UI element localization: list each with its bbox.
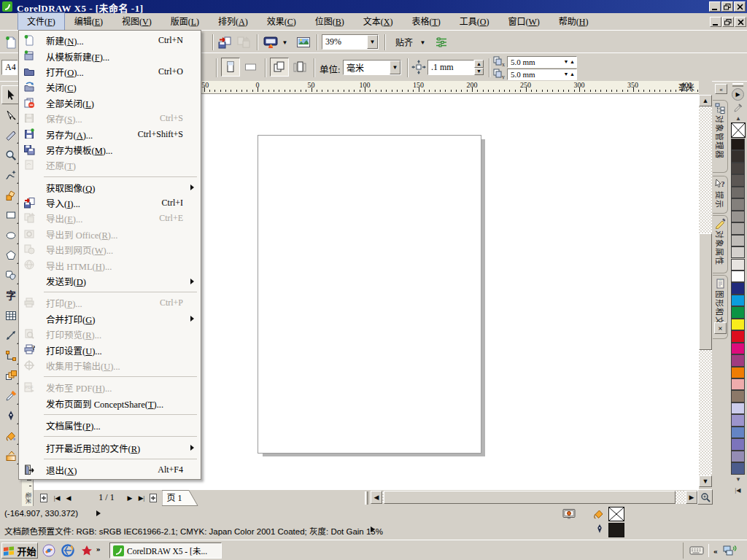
file-menu-item-0[interactable]: 新建(N)...Ctrl+N <box>19 33 201 48</box>
last-page-button[interactable]: ▶| <box>136 492 147 504</box>
color-swatch-6[interactable] <box>731 198 745 210</box>
file-menu-item-25[interactable]: 发布页面到 ConceptShare(T)... <box>19 396 201 411</box>
duplicate-y-value[interactable]: 5.0 mm <box>508 70 562 79</box>
close-button[interactable] <box>734 1 746 12</box>
menu-item-9[interactable]: 工具(O) <box>450 12 499 31</box>
file-menu-item-4[interactable]: 全部关闭(L) <box>19 96 201 111</box>
color-swatch-9[interactable] <box>731 235 745 246</box>
color-swatch-1[interactable] <box>731 139 745 150</box>
nudge-up-button[interactable]: ▲ <box>474 60 484 68</box>
page-tab[interactable]: 页 1 <box>162 490 200 506</box>
palette-expand-button[interactable]: |◀ <box>732 486 743 494</box>
application-launcher-button[interactable] <box>261 34 280 50</box>
prev-page-button[interactable]: ◀ <box>63 492 74 504</box>
quick-launch-internet-explorer[interactable] <box>61 544 74 557</box>
quick-launch-app[interactable] <box>80 544 93 557</box>
docker-tab-1[interactable]: 对象管理器 <box>713 100 728 173</box>
quick-launch-media-player[interactable] <box>42 544 55 557</box>
file-menu-item-31[interactable]: 退出(X)Alt+F4 <box>19 462 201 478</box>
restore-button[interactable] <box>721 1 733 12</box>
color-swatch-27[interactable] <box>731 451 745 462</box>
palette-scroll-down[interactable]: ▼ <box>733 476 743 483</box>
color-swatch-24[interactable] <box>731 414 745 426</box>
nudge-spinner[interactable]: ▲▼ <box>474 60 484 75</box>
file-menu-item-10[interactable]: 获取图像(Q) <box>19 180 201 195</box>
options-button[interactable] <box>433 34 450 50</box>
nudge-down-button[interactable]: ▼ <box>474 68 484 75</box>
file-menu-item-21[interactable]: ?打印设置(U)... <box>19 342 201 357</box>
file-menu-item-1[interactable]: 从模板新建(F)... <box>19 48 201 63</box>
color-swatch-15[interactable] <box>731 306 745 318</box>
add-page-start-button[interactable] <box>38 492 50 504</box>
paper-size-value[interactable]: A4 <box>2 62 18 73</box>
h-scroll-right-button[interactable]: ▶ <box>686 491 697 504</box>
current-page-button[interactable] <box>290 58 309 77</box>
add-page-end-button[interactable] <box>147 492 159 504</box>
file-menu-item-7[interactable]: 另存为模板(M)... <box>19 142 201 158</box>
nudge-offset-value[interactable]: .1 mm <box>428 62 473 73</box>
snap-to-dropdown[interactable]: ▼ <box>419 34 427 50</box>
color-swatch-11[interactable] <box>731 259 745 271</box>
menu-item-2[interactable]: 视图(V) <box>112 12 161 31</box>
color-swatch-7[interactable] <box>731 211 745 222</box>
document-page[interactable] <box>258 135 481 454</box>
color-proof-icon[interactable] <box>562 508 576 520</box>
h-scroll-left-button[interactable]: ◀ <box>371 491 382 504</box>
menu-item-10[interactable]: 窗口(W) <box>498 12 549 31</box>
menu-item-8[interactable]: 表格(T) <box>402 12 449 31</box>
color-swatch-5[interactable] <box>731 187 745 198</box>
color-swatch-2[interactable] <box>731 150 745 162</box>
color-swatch-3[interactable] <box>731 163 745 174</box>
palette-drag-handle[interactable] <box>732 83 743 87</box>
docker-close-button[interactable]: × <box>714 322 727 334</box>
color-swatch-16[interactable] <box>731 319 745 330</box>
color-swatch-14[interactable] <box>731 295 745 306</box>
color-swatch-8[interactable] <box>731 222 745 234</box>
file-menu-item-3[interactable]: 关闭(C) <box>19 79 201 95</box>
no-color-swatch[interactable] <box>731 122 746 138</box>
import-button[interactable] <box>216 34 233 50</box>
welcome-screen-button[interactable] <box>295 34 312 50</box>
color-swatch-20[interactable] <box>731 367 745 378</box>
all-pages-button[interactable] <box>270 58 289 77</box>
palette-eyedropper-icon[interactable] <box>733 102 743 114</box>
horizontal-scrollbar[interactable]: ◀▶ <box>371 490 697 505</box>
start-button[interactable]: 开始 <box>1 542 38 559</box>
menu-item-1[interactable]: 编辑(E) <box>65 12 112 31</box>
menu-item-7[interactable]: 文本(X) <box>354 12 403 31</box>
palette-flyout-button[interactable]: ▶ <box>732 88 744 101</box>
doc-minimize-button[interactable] <box>710 17 721 27</box>
v-scroll-up-button[interactable]: ▲ <box>699 95 712 106</box>
minimize-button[interactable] <box>709 1 721 12</box>
input-method-icon[interactable] <box>689 545 704 556</box>
color-swatch-23[interactable] <box>731 402 745 414</box>
color-swatch-17[interactable] <box>731 330 745 342</box>
file-menu-item-19[interactable]: 合并打印(G) <box>19 311 201 327</box>
h-scroll-thumb[interactable] <box>384 491 676 504</box>
vertical-scrollbar[interactable]: ▲▼ <box>699 95 712 487</box>
coords-expand-arrow[interactable] <box>96 510 101 516</box>
docker-tab-3[interactable]: 对象属性 <box>713 215 728 273</box>
color-swatch-13[interactable] <box>731 282 745 294</box>
color-swatch-22[interactable] <box>731 390 745 402</box>
units-dropdown-button[interactable]: ▼ <box>390 61 400 74</box>
doc-restore-button[interactable] <box>722 17 734 27</box>
pagebar-splitter[interactable] <box>365 491 368 505</box>
file-menu-item-11[interactable]: 导入(I)...Ctrl+I <box>19 195 201 211</box>
quick-launch-overflow[interactable]: » <box>96 544 101 553</box>
duplicate-x-spinner[interactable]: ▼ ▲ <box>562 59 576 65</box>
menu-item-6[interactable]: 位图(B) <box>306 12 354 31</box>
menu-item-3[interactable]: 版面(L) <box>161 12 209 31</box>
color-swatch-19[interactable] <box>731 354 745 366</box>
color-swatch-25[interactable] <box>731 427 745 438</box>
duplicate-y-spinner[interactable]: ▼ ▲ <box>562 71 576 77</box>
zoom-level-combo[interactable]: 39%▼ <box>322 34 379 50</box>
color-swatch-10[interactable] <box>731 246 745 258</box>
file-menu-item-27[interactable]: 文档属性(P)... <box>19 418 201 433</box>
doc-close-button[interactable] <box>735 17 746 27</box>
docker-tab-2[interactable]: ?提示 <box>713 176 728 214</box>
color-swatch-18[interactable] <box>731 343 745 354</box>
units-combo[interactable]: 毫米▼ <box>343 60 401 75</box>
menu-item-11[interactable]: 帮助(H) <box>549 12 598 31</box>
menu-item-5[interactable]: 效果(C) <box>258 12 306 31</box>
